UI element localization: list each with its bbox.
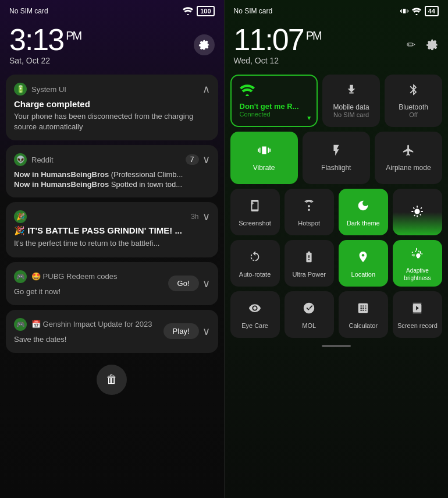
darktheme-tile-label: Dark theme (347, 219, 380, 227)
reddit-collapse-btn[interactable]: ∨ (202, 153, 210, 166)
hotspot-tile-icon (303, 199, 315, 216)
pubg-action-btn[interactable]: Go! (168, 276, 199, 291)
airplane-tile-icon (402, 144, 415, 160)
genshin-action-btn[interactable]: Play! (163, 323, 199, 339)
vibrate-tile[interactable]: Vibrate (230, 132, 298, 184)
battlepass-app-icon: 🎉 (14, 210, 27, 223)
battlepass-collapse-btn[interactable]: ∨ (202, 210, 210, 223)
notification-panel: No SIM card 100 3:13PM Sat, Oct 22 (0, 0, 225, 498)
darktheme-tile-icon (357, 199, 369, 216)
wifi-tile[interactable]: Don't get me R... Connected ▼ (230, 75, 318, 127)
adaptivebrightness-tile[interactable]: Adaptive brightness (393, 240, 442, 287)
screenrecord-tile-icon (411, 302, 424, 318)
wifi-tile-icon (240, 84, 255, 100)
vibrate-status-icon (400, 7, 408, 15)
notification-card-genshin[interactable]: 🎮 📅 Genshin Impact Update for 2023 Save … (6, 310, 218, 353)
left-date: Sat, Oct 22 (9, 56, 81, 65)
brightness-tile-icon (411, 205, 424, 221)
sysui-app-name: System UI (31, 85, 66, 94)
left-status-bar: No SIM card 100 (0, 0, 224, 20)
mobiledata-sublabel: No SIM card (333, 111, 369, 118)
tiles-row-2-container: Vibrate Flashlight Airplane mode (225, 132, 449, 184)
tiles-row-1: Don't get me R... Connected ▼ Mobile dat… (230, 75, 443, 127)
autorotate-tile-icon (248, 250, 261, 267)
svg-rect-5 (308, 307, 310, 309)
screenshot-tile-label: Screenshot (239, 219, 271, 227)
vibrate-tile-icon (258, 144, 271, 160)
wifi-tile-sublabel: Connected (240, 111, 271, 118)
hotspot-tile[interactable]: Hotspot (285, 189, 334, 235)
sysui-title: Charge completed (14, 99, 210, 109)
right-time-section: 11:07PM Wed, Oct 12 ✏ (225, 20, 449, 75)
mobiledata-tile-label: Mobile data (333, 103, 369, 111)
screenshot-tile[interactable]: Screenshot (230, 189, 280, 235)
right-time-display: 11:07PM Wed, Oct 12 (234, 24, 321, 65)
autorotate-tile-label: Auto-rotate (239, 270, 271, 278)
mol-tile[interactable]: MOL (285, 291, 334, 338)
autorotate-tile[interactable]: Auto-rotate (230, 240, 280, 287)
right-status-bar: No SIM card 44 (225, 0, 449, 20)
mol-tile-icon (303, 302, 315, 318)
battlepass-time: 3h (191, 213, 198, 221)
bluetooth-sublabel: Off (399, 111, 428, 118)
left-time: 3:13PM (9, 24, 81, 55)
reddit-app-icon: 👽 (14, 153, 27, 166)
sysui-body: Your phone has been disconnected from th… (14, 111, 210, 132)
bluetooth-tile[interactable]: Bluetooth Off (385, 75, 442, 127)
notification-card-sysui[interactable]: 🔋 System UI ∧ Charge completed Your phon… (6, 75, 218, 140)
location-tile-label: Location (351, 270, 376, 278)
ultrapower-tile[interactable]: Ultra Power (285, 240, 334, 287)
scroll-line (322, 345, 351, 347)
notification-card-reddit[interactable]: 👽 Reddit 7 ∨ Now in HumansBeingBros (Pro… (6, 145, 218, 197)
flashlight-tile-label: Flashlight (321, 164, 351, 172)
pubg-app-name: 🤩 PUBG Redeem codes (31, 272, 118, 281)
eyecare-tile-icon (248, 302, 261, 318)
adaptivebrightness-tile-icon (411, 247, 424, 263)
calculator-tile-label: Calculator (349, 322, 378, 330)
quick-settings-panel: No SIM card 44 11:07PM Wed, Oct 12 ✏ (225, 0, 449, 498)
svg-rect-4 (305, 307, 307, 309)
notification-card-pubg[interactable]: 🎮 🤩 PUBG Redeem codes Go get it now! Go!… (6, 262, 218, 305)
genshin-body: Save the dates! (14, 334, 152, 345)
calculator-tile[interactable]: Calculator (339, 291, 388, 338)
wifi-status-icon (412, 8, 421, 15)
genshin-collapse-btn[interactable]: ∨ (202, 325, 210, 338)
left-time-section: 3:13PM Sat, Oct 22 (0, 20, 224, 75)
reddit-badge: 7 (186, 154, 199, 165)
airplane-tile[interactable]: Airplane mode (375, 132, 442, 184)
mobiledata-tile[interactable]: Mobile data No SIM card (322, 75, 380, 127)
screenrecord-tile-label: Screen record (397, 322, 438, 330)
right-carrier: No SIM card (234, 7, 273, 15)
location-tile-icon (357, 250, 369, 267)
notification-card-battlepass[interactable]: 🎉 3h ∨ 🎉 IT'S BATTLE PASS GRINDIN' TIME!… (6, 202, 218, 257)
vibrate-tile-label: Vibrate (253, 164, 275, 172)
right-date: Wed, Oct 12 (234, 56, 321, 65)
battery-full-icon: 100 (197, 6, 214, 16)
bluetooth-tile-label: Bluetooth (399, 103, 428, 111)
right-status-icons: 44 (400, 6, 439, 16)
brightness-tile[interactable] (393, 189, 442, 235)
left-settings-button[interactable] (194, 34, 215, 55)
mol-tile-label: MOL (302, 322, 316, 330)
battlepass-title: 🎉 IT'S BATTLE PASS GRINDIN' TIME! ... (14, 225, 210, 236)
reddit-row-1: Now in HumansBeingBros (Professional Cli… (14, 169, 210, 179)
pubg-collapse-btn[interactable]: ∨ (202, 277, 210, 290)
sysui-collapse-btn[interactable]: ∧ (202, 83, 210, 96)
flashlight-tile[interactable]: Flashlight (303, 132, 370, 184)
pubg-body: Go get it now! (14, 287, 118, 297)
edit-icon[interactable]: ✏ (407, 38, 415, 51)
wifi-expand-arrow: ▼ (306, 115, 312, 121)
scroll-indicator (225, 345, 449, 347)
clear-all-button[interactable]: 🗑 (97, 365, 127, 395)
reddit-app-name: Reddit (31, 156, 54, 164)
darktheme-tile[interactable]: Dark theme (339, 189, 388, 235)
settings-icon[interactable] (426, 38, 439, 51)
hotspot-tile-label: Hotspot (298, 219, 320, 227)
left-time-display: 3:13PM Sat, Oct 22 (9, 24, 81, 65)
eyecare-tile[interactable]: Eye Care (230, 291, 280, 338)
location-tile[interactable]: Location (339, 240, 388, 287)
screenrecord-tile[interactable]: Screen record (393, 291, 442, 338)
right-time: 11:07PM (234, 24, 321, 55)
calculator-tile-icon (357, 302, 369, 318)
ultrapower-tile-icon (303, 250, 315, 267)
